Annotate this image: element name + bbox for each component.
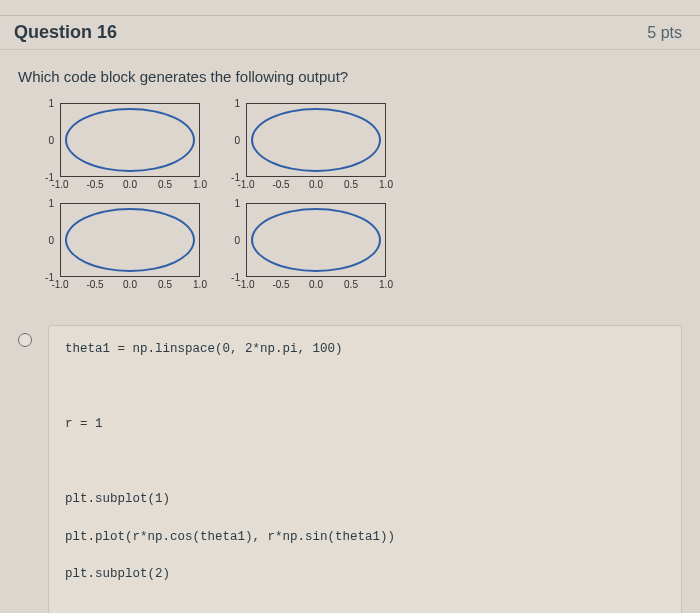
subplot-1: 1 0 -1 -1.0 -0.5 0.0 0.5 1.0 (34, 99, 220, 199)
ytick: 1 (48, 198, 54, 209)
xtick: -1.0 (51, 179, 68, 190)
xtick: -0.5 (86, 279, 103, 290)
xtick: -0.5 (272, 279, 289, 290)
ytick: 1 (48, 98, 54, 109)
code-line: theta1 = np.linspace(0, 2*np.pi, 100) (65, 342, 343, 356)
ytick: 0 (234, 135, 240, 146)
question-points: 5 pts (647, 24, 682, 42)
question-header: Question 16 5 pts (0, 16, 700, 50)
question-prompt: Which code block generates the following… (18, 68, 682, 85)
xtick: -1.0 (51, 279, 68, 290)
xtick: 0.0 (309, 179, 323, 190)
code-line: plt.plot(r*np.cos(theta1), r*np.sin(thet… (65, 530, 395, 544)
question-body: Which code block generates the following… (0, 50, 700, 613)
xtick: 0.0 (309, 279, 323, 290)
xtick: 0.5 (158, 279, 172, 290)
ytick: 0 (48, 235, 54, 246)
code-line: plt.subplot(1) (65, 492, 170, 506)
xtick: 0.0 (123, 279, 137, 290)
ytick: 0 (48, 135, 54, 146)
subplot-2: 1 0 -1 -1.0 -0.5 0.0 0.5 1.0 (220, 99, 406, 199)
subplot-4: 1 0 -1 -1.0 -0.5 0.0 0.5 1.0 (220, 199, 406, 299)
code-line: r = 1 (65, 417, 103, 431)
xtick: 0.5 (344, 279, 358, 290)
xtick: 0.5 (158, 179, 172, 190)
xtick: 0.5 (344, 179, 358, 190)
xtick: 1.0 (193, 179, 207, 190)
ytick: 0 (234, 235, 240, 246)
question-title: Question 16 (14, 22, 117, 43)
xtick: 1.0 (379, 279, 393, 290)
code-block: theta1 = np.linspace(0, 2*np.pi, 100) r … (48, 325, 682, 613)
xtick: -1.0 (237, 279, 254, 290)
answer-option-1[interactable]: theta1 = np.linspace(0, 2*np.pi, 100) r … (18, 325, 682, 613)
window-top-strip (0, 0, 700, 16)
subplot-3: 1 0 -1 -1.0 -0.5 0.0 0.5 1.0 (34, 199, 220, 299)
xtick: -1.0 (237, 179, 254, 190)
xtick: 0.0 (123, 179, 137, 190)
xtick: -0.5 (272, 179, 289, 190)
radio-unselected-icon[interactable] (18, 333, 32, 347)
xtick: -0.5 (86, 179, 103, 190)
ytick: 1 (234, 198, 240, 209)
code-line: plt.subplot(2) (65, 567, 170, 581)
xtick: 1.0 (193, 279, 207, 290)
xtick: 1.0 (379, 179, 393, 190)
plot-figure: 1 0 -1 -1.0 -0.5 0.0 0.5 1.0 1 (34, 99, 682, 299)
ytick: 1 (234, 98, 240, 109)
